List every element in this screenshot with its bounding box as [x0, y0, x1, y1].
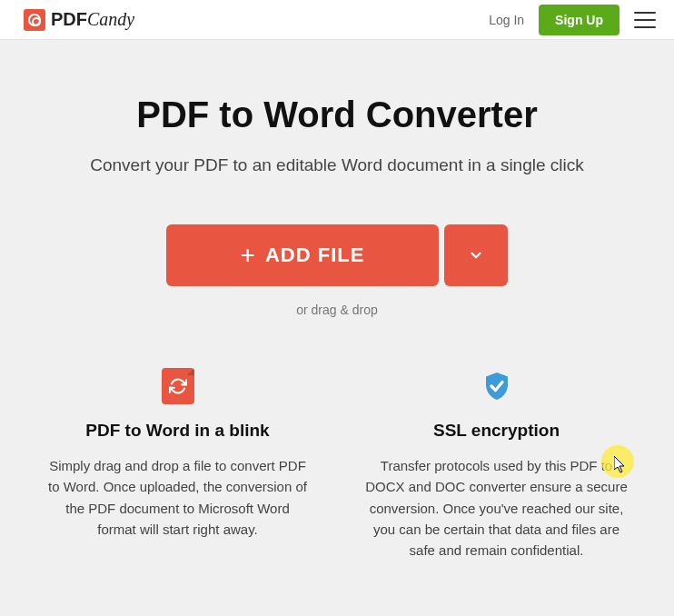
upload-button-group: + ADD FILE — [18, 224, 656, 286]
add-file-label: ADD FILE — [265, 243, 364, 267]
feature-description: Simply drag and drop a file to convert P… — [45, 455, 310, 540]
drag-drop-text: or drag & drop — [18, 303, 656, 317]
main-content: PDF to Word Converter Convert your PDF t… — [0, 40, 674, 561]
features-row: PDF to Word in a blink Simply drag and d… — [18, 368, 656, 561]
feature-title: SSL encryption — [364, 421, 629, 441]
page-title: PDF to Word Converter — [18, 94, 656, 135]
page-subtitle: Convert your PDF to an editable Word doc… — [18, 155, 656, 175]
add-file-button[interactable]: + ADD FILE — [166, 224, 439, 286]
refresh-icon — [162, 368, 194, 404]
header-actions: Log In Sign Up — [489, 5, 656, 35]
signup-button[interactable]: Sign Up — [539, 5, 619, 35]
plus-icon: + — [241, 243, 256, 268]
header: PDFCandy Log In Sign Up — [0, 0, 674, 40]
logo[interactable]: PDFCandy — [24, 9, 134, 31]
menu-icon[interactable] — [634, 12, 656, 28]
add-file-dropdown-button[interactable] — [444, 224, 508, 286]
shield-icon — [481, 368, 513, 404]
feature-speed: PDF to Word in a blink Simply drag and d… — [45, 368, 310, 561]
login-link[interactable]: Log In — [489, 13, 524, 27]
chevron-down-icon — [468, 247, 484, 263]
feature-description: Transfer protocols used by this PDF to D… — [364, 455, 629, 561]
logo-text: PDFCandy — [51, 9, 134, 30]
feature-title: PDF to Word in a blink — [45, 421, 310, 441]
logo-icon — [24, 9, 45, 31]
feature-security: SSL encryption Transfer protocols used b… — [364, 368, 629, 561]
